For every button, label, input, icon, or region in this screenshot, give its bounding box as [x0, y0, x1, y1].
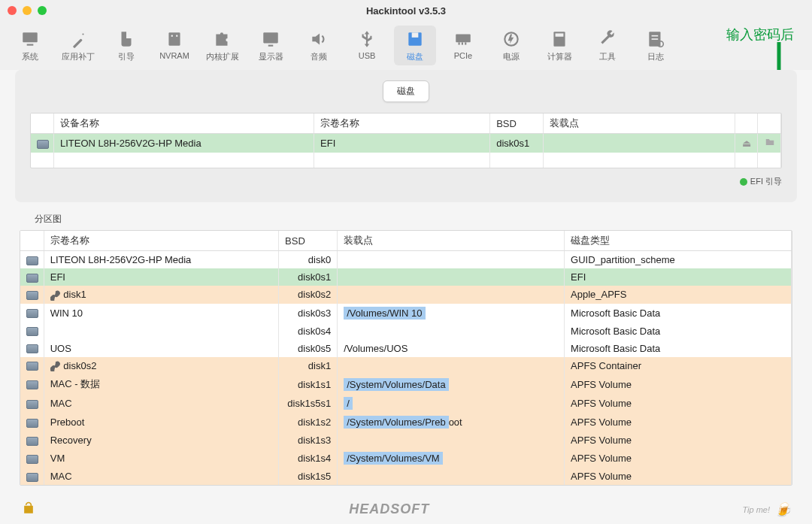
bsd-name: disk1 — [279, 357, 338, 375]
display-icon — [261, 29, 280, 50]
partition-table[interactable]: 宗卷名称BSD装载点磁盘类型LITEON L8H-256V2G-HP Media… — [20, 231, 792, 485]
beer-icon: 🍺 — [774, 501, 791, 518]
toolbar-label: 应用补丁 — [62, 51, 95, 62]
partition-row[interactable]: Prebootdisk1s2/System/Volumes/PrebootAPF… — [20, 413, 792, 432]
disk-icon-cell — [20, 286, 44, 304]
monitor-icon — [20, 29, 40, 50]
bsd-name: disk0s2 — [279, 286, 338, 304]
unlock-icon[interactable] — [21, 501, 36, 518]
partition-header[interactable]: 宗卷名称 — [44, 231, 278, 251]
disk-icon-cell — [20, 304, 44, 323]
toolbar-item-wrench[interactable]: 工具 — [586, 26, 629, 65]
partition-row[interactable]: MAC - 数据disk1s1/System/Volumes/DataAPFS … — [20, 374, 792, 394]
partition-row[interactable]: LITEON L8H-256V2G-HP Mediadisk0GUID_part… — [20, 251, 792, 269]
volume-name: MAC — [44, 468, 278, 485]
toolbar-item-wand[interactable]: 应用补丁 — [57, 26, 99, 65]
efi-legend: EFI 引导 — [30, 176, 782, 187]
partition-header[interactable] — [20, 231, 44, 251]
efi-header[interactable]: 设备名称 — [54, 114, 314, 134]
toolbar-label: 内核扩展 — [206, 51, 239, 62]
disk-icon-cell — [20, 413, 44, 432]
mount-point — [338, 468, 565, 485]
disk-icon — [26, 473, 38, 482]
toolbar-item-calc[interactable]: 计算器 — [538, 26, 580, 65]
disk-type: APFS Volume — [565, 394, 792, 413]
disk-icon — [26, 344, 38, 353]
partition-row[interactable]: disk0s2disk1APFS Container — [20, 357, 792, 375]
toolbar-item-usb[interactable]: USB — [346, 26, 388, 63]
tip-me[interactable]: Tip me! 🍺 — [742, 501, 791, 518]
bsd-name: disk1s5s1 — [279, 394, 338, 413]
toolbar-item-disk[interactable]: 磁盘 — [394, 26, 436, 65]
disk-type: APFS Volume — [565, 374, 792, 394]
volume-name: disk0s2 — [44, 357, 278, 375]
toolbar-item-display[interactable]: 显示器 — [250, 26, 292, 65]
efi-header[interactable] — [735, 114, 758, 134]
volume-name: EFI — [44, 268, 278, 286]
bsd-name: disk1s3 — [279, 432, 338, 449]
volume-name: Recovery — [44, 432, 278, 449]
partition-row[interactable]: disk1disk0s2Apple_APFS — [20, 286, 792, 304]
partition-row[interactable]: disk0s4Microsoft Basic Data — [20, 323, 792, 340]
efi-table[interactable]: 设备名称宗卷名称BSD装载点LITEON L8H-256V2G-HP Media… — [31, 114, 781, 168]
disk-type: GUID_partition_scheme — [565, 251, 792, 269]
toolbar-item-puzzle[interactable]: 内核扩展 — [201, 26, 244, 65]
disk-icon — [26, 380, 38, 389]
tab-disk[interactable]: 磁盘 — [383, 80, 429, 102]
efi-header[interactable]: 装载点 — [544, 114, 735, 134]
partition-row[interactable]: Recoverydisk1s3APFS Volume — [20, 432, 792, 449]
svg-rect-4 — [168, 32, 180, 45]
toolbar-label: 磁盘 — [407, 51, 423, 62]
boot-icon — [117, 29, 136, 50]
disk-type: Microsoft Basic Data — [565, 304, 792, 323]
toolbar-item-power[interactable]: 电源 — [490, 26, 532, 65]
efi-header[interactable]: BSD — [490, 114, 544, 134]
efi-row[interactable]: LITEON L8H-256V2G-HP MediaEFIdisk0s1⏏ — [31, 134, 781, 153]
svg-rect-6 — [176, 35, 177, 37]
toolbar-item-log[interactable]: 日志 — [635, 26, 677, 65]
disk-icon — [37, 140, 49, 149]
eject-cell[interactable]: ⏏ — [735, 134, 758, 153]
toolbar-item-speaker[interactable]: 音频 — [298, 26, 340, 65]
mount-point: /Volumes/WIN 10 — [338, 304, 565, 323]
disk-icon — [26, 291, 38, 300]
toolbar-label: PCIe — [454, 51, 472, 60]
partition-header[interactable]: 装载点 — [338, 231, 565, 251]
legend-text: EFI 引导 — [750, 177, 782, 186]
svg-rect-13 — [465, 42, 466, 44]
partition-row[interactable]: VMdisk1s4/System/Volumes/VMAPFS Volume — [20, 449, 792, 468]
disk-icon-cell — [20, 251, 44, 269]
partition-row[interactable]: MACdisk1s5s1/APFS Volume — [20, 394, 792, 413]
efi-header[interactable]: 宗卷名称 — [314, 114, 490, 134]
mount-point — [338, 323, 565, 340]
partition-row[interactable]: UOSdisk0s5/Volumes/UOSMicrosoft Basic Da… — [20, 340, 792, 357]
bsd-name: disk1s5 — [279, 468, 338, 485]
partition-row[interactable]: MACdisk1s5APFS Volume — [20, 468, 792, 485]
partition-row[interactable]: EFIdisk0s1EFI — [20, 268, 792, 286]
toolbar-item-pcie[interactable]: PCIe — [442, 26, 484, 63]
svg-point-3 — [82, 33, 83, 35]
tip-text: Tip me! — [742, 505, 770, 514]
toolbar-item-memory[interactable]: NVRAM — [153, 26, 195, 63]
disk-icon — [26, 400, 38, 409]
eject-icon: ⏏ — [742, 138, 751, 149]
power-icon — [501, 29, 521, 50]
toolbar: 系统应用补丁引导NVRAM内核扩展显示器音频USB磁盘PCIe电源计算器工具日志 — [0, 21, 812, 70]
partition-header[interactable]: 磁盘类型 — [565, 231, 792, 251]
brand-logo: HEADSOFT — [349, 501, 429, 517]
svg-rect-7 — [263, 32, 278, 43]
partition-header[interactable]: BSD — [279, 231, 338, 251]
disk-type: APFS Volume — [565, 432, 792, 449]
toolbar-item-boot[interactable]: 引导 — [105, 26, 147, 65]
partition-row[interactable]: WIN 10disk0s3/Volumes/WIN 10Microsoft Ba… — [20, 304, 792, 323]
open-cell[interactable] — [758, 134, 781, 153]
volume-name: WIN 10 — [44, 304, 278, 323]
volume-name: disk1 — [44, 286, 278, 304]
disk-type: APFS Volume — [565, 468, 792, 485]
toolbar-item-monitor[interactable]: 系统 — [9, 26, 51, 65]
disk-icon — [26, 419, 38, 428]
efi-header[interactable] — [31, 114, 54, 134]
disk-icon — [26, 362, 38, 371]
bsd-name: disk0s4 — [279, 323, 338, 340]
efi-header[interactable] — [758, 114, 781, 134]
